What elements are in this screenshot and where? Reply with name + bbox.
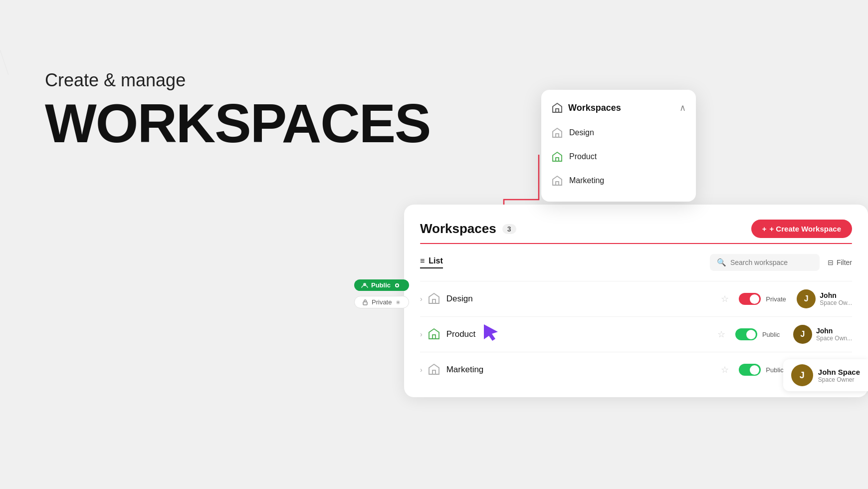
lock-icon <box>362 299 369 306</box>
john-space-badge: J John Space Space Owner <box>783 359 868 391</box>
hero-title: WORKSPACES <box>45 96 430 151</box>
product-workspace-icon <box>428 327 440 340</box>
panel-toolbar: ≡ List 🔍 ⊟ Filter <box>420 254 852 271</box>
search-input[interactable] <box>730 258 810 266</box>
marketing-house-icon <box>551 175 563 187</box>
design-visibility-toggle[interactable] <box>739 293 761 305</box>
workspaces-count-badge: 3 <box>502 224 516 234</box>
marketing-workspace-icon <box>428 362 440 375</box>
svg-rect-18 <box>433 370 435 374</box>
dropdown-title: Workspaces <box>568 103 621 113</box>
filter-icon: ⊟ <box>828 258 834 266</box>
list-tab[interactable]: ≡ List <box>420 256 443 268</box>
design-star-icon[interactable]: ☆ <box>721 293 729 304</box>
svg-rect-5 <box>556 134 559 137</box>
design-house-icon <box>551 127 563 139</box>
design-label: Design <box>569 128 594 137</box>
svg-rect-12 <box>363 302 367 305</box>
dot-icon <box>394 282 401 289</box>
product-star-icon[interactable]: ☆ <box>717 329 725 340</box>
workspaces-header: Workspaces 3 + + Create Workspace <box>420 220 852 238</box>
product-owner-name: John <box>816 327 852 335</box>
john-space-name: John Space <box>818 368 860 376</box>
svg-point-11 <box>396 284 398 286</box>
workspaces-panel-title: Workspaces <box>420 221 496 237</box>
svg-point-14 <box>397 301 399 303</box>
private-pill[interactable]: Private <box>354 296 409 308</box>
workspace-row-design: › Design ☆ Private J John Space Ow... <box>420 281 852 316</box>
product-owner: J John Space Own... <box>793 325 852 344</box>
user-icon <box>361 282 368 289</box>
product-owner-role: Space Own... <box>816 335 852 342</box>
dot-icon-2 <box>395 299 402 306</box>
dropdown-item-design[interactable]: Design <box>541 121 696 145</box>
row-chevron-marketing[interactable]: › <box>420 366 423 374</box>
marketing-star-icon[interactable]: ☆ <box>721 364 729 375</box>
john-space-avatar: J <box>791 364 813 386</box>
dropdown-item-marketing[interactable]: Marketing <box>541 169 696 193</box>
design-owner-avatar: J <box>797 289 816 308</box>
design-owner-role: Space Ow... <box>820 299 852 306</box>
product-owner-avatar: J <box>793 325 812 344</box>
product-row-icon <box>428 327 440 342</box>
hero-section: Create & manage WORKSPACES <box>45 70 430 151</box>
workspaces-title-row: Workspaces 3 <box>420 221 516 237</box>
dropdown-item-product[interactable]: Product <box>541 145 696 169</box>
list-icon: ≡ <box>420 256 425 265</box>
svg-rect-6 <box>556 158 559 161</box>
dropdown-header: Workspaces ∧ <box>541 99 696 121</box>
product-house-icon <box>551 151 563 163</box>
svg-rect-4 <box>556 109 559 112</box>
create-plus-icon: + <box>762 225 767 233</box>
public-label: Public <box>371 281 391 289</box>
workspaces-dropdown: Workspaces ∧ Design Product Marketing <box>541 90 696 202</box>
marketing-row-icon <box>428 362 440 377</box>
design-workspace-icon <box>428 291 440 304</box>
create-workspace-button[interactable]: + + Create Workspace <box>751 220 852 238</box>
svg-rect-16 <box>433 299 435 303</box>
design-owner-name: John <box>820 291 852 299</box>
john-space-subtitle: Space Owner <box>818 376 860 383</box>
dropdown-header-left: Workspaces <box>551 102 621 114</box>
product-visibility-toggle[interactable] <box>735 328 757 340</box>
filter-button[interactable]: ⊟ Filter <box>828 258 852 266</box>
svg-rect-7 <box>556 182 559 185</box>
marketing-visibility-toggle[interactable] <box>739 364 761 376</box>
search-icon: 🔍 <box>717 258 726 267</box>
panel-divider <box>420 243 852 244</box>
hero-subtitle: Create & manage <box>45 70 430 91</box>
search-bar[interactable]: 🔍 <box>710 254 820 271</box>
private-label: Private <box>372 298 392 306</box>
design-owner: J John Space Ow... <box>797 289 852 308</box>
design-row-icon <box>428 291 440 306</box>
product-label: Product <box>569 152 597 161</box>
product-workspace-name: Product <box>446 329 717 339</box>
public-pill[interactable]: Public <box>354 279 409 291</box>
workspace-row-product: › Product ☆ Public J John Space Own... <box>420 316 852 352</box>
house-icon <box>551 102 563 114</box>
product-visibility-label: Public <box>762 331 784 338</box>
marketing-label: Marketing <box>569 176 604 185</box>
svg-rect-17 <box>433 335 435 339</box>
chevron-up-icon[interactable]: ∧ <box>679 102 686 113</box>
filter-label: Filter <box>837 258 852 266</box>
list-label: List <box>429 256 442 265</box>
visibility-pills: Public Private <box>354 279 409 308</box>
marketing-workspace-name: Marketing <box>446 365 721 375</box>
design-visibility-label: Private <box>766 295 788 303</box>
design-workspace-name: Design <box>446 294 721 304</box>
row-chevron-design[interactable]: › <box>420 295 423 303</box>
create-workspace-label: + Create Workspace <box>769 225 841 233</box>
row-chevron-product[interactable]: › <box>420 330 423 338</box>
